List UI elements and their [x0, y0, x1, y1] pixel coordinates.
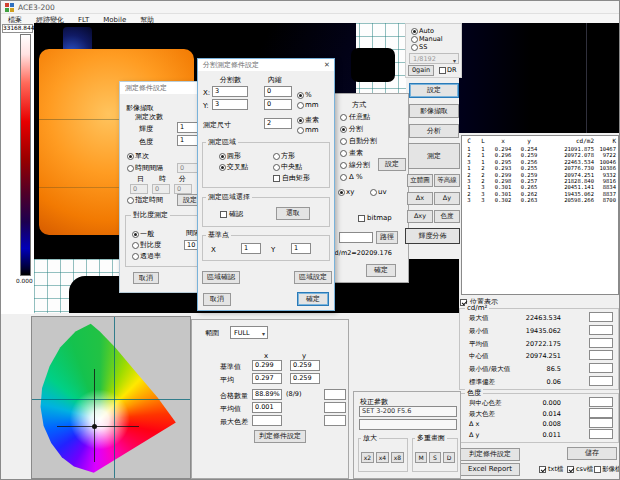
method-radio-autosplit[interactable] — [340, 138, 347, 145]
method-option-pixel[interactable]: 畫素 — [349, 149, 363, 157]
delta-xy-button[interactable]: Δxy — [407, 210, 433, 223]
stat-box[interactable] — [589, 418, 613, 428]
shutter-select[interactable]: 1/8192 — [409, 53, 459, 64]
multi-d-button[interactable]: D — [443, 452, 455, 463]
hour-input[interactable]: 0 — [152, 184, 170, 194]
gain-auto-radio[interactable] — [411, 28, 418, 35]
stat-box[interactable] — [589, 312, 613, 322]
measure-dialog-title[interactable]: 測定條件設定 — [120, 82, 208, 94]
gain-auto-label[interactable]: Auto — [419, 27, 434, 35]
inset-mm-radio[interactable] — [297, 102, 304, 109]
zoom-x2-button[interactable]: x2 — [361, 452, 374, 463]
size-input[interactable]: 2 — [264, 118, 292, 129]
luminance-dist-button[interactable]: 輝度分佈 — [405, 228, 460, 244]
x-inset-input[interactable]: 0 — [264, 86, 292, 97]
contrast-label[interactable]: 對比度 — [140, 241, 161, 249]
method-option-delta[interactable]: Δ % — [349, 173, 363, 181]
measure-cancel-button[interactable]: 取消 — [133, 272, 159, 284]
cross-radio[interactable] — [219, 164, 226, 171]
bitmap-path-input[interactable] — [339, 232, 373, 243]
method-option-any[interactable]: 任意點 — [349, 113, 370, 121]
delta-y-button[interactable]: Δy — [434, 192, 460, 205]
method-radio-pixel[interactable] — [340, 150, 347, 157]
split-cancel-button[interactable]: 取消 — [203, 293, 231, 306]
confirm-checkbox[interactable] — [220, 211, 227, 218]
method-set-button[interactable]: 設定 — [378, 158, 406, 171]
results-table[interactable]: CL xy cd/m2K 11 0.2940.254 21091.8751046… — [461, 135, 619, 295]
image-file-checkbox[interactable] — [594, 466, 601, 473]
chroma-view-button[interactable]: 色度 — [434, 210, 460, 223]
transmit-radio[interactable] — [132, 253, 139, 260]
excel-report-button[interactable]: Excel Report — [460, 463, 520, 476]
confirm-label[interactable]: 確認 — [229, 210, 243, 218]
contour-button[interactable]: 等高線 — [434, 174, 460, 187]
stat-box[interactable] — [589, 429, 613, 439]
region-confirm-button[interactable]: 區域確認 — [202, 271, 240, 284]
split-dialog-title[interactable]: 分割測定條件設定 — [198, 59, 334, 71]
normal-radio[interactable] — [132, 231, 139, 238]
coord-uv-radio[interactable] — [370, 189, 377, 196]
freerect-label[interactable]: 自由矩形 — [282, 174, 310, 182]
method-option-split[interactable]: 分割 — [349, 125, 363, 133]
solid-view-button[interactable]: 立體圖 — [407, 174, 433, 187]
ref-x-value[interactable]: 0.299 — [252, 360, 282, 371]
bitmap-checkbox[interactable] — [358, 215, 365, 222]
region-set-button[interactable]: 區域設定 — [294, 271, 332, 284]
pick-button[interactable]: 選取 — [276, 207, 310, 220]
stat-box[interactable] — [589, 338, 613, 348]
stat-box[interactable] — [589, 350, 613, 360]
contrast-radio[interactable] — [132, 242, 139, 249]
gain-manual-radio[interactable] — [411, 36, 418, 43]
gain-ss-radio[interactable] — [411, 44, 418, 51]
dr-checkbox[interactable] — [439, 67, 446, 74]
freerect-checkbox[interactable] — [273, 175, 280, 182]
square-radio[interactable] — [273, 153, 280, 160]
y-div-input[interactable]: 3 — [212, 99, 248, 110]
multi-m-button[interactable]: M — [415, 452, 427, 463]
split-ok-button[interactable]: 確定 — [297, 292, 329, 306]
inset-mm-label[interactable]: mm — [305, 101, 319, 109]
center-label[interactable]: 中央點 — [281, 163, 302, 171]
square-label[interactable]: 方形 — [281, 152, 295, 160]
center-radio[interactable] — [273, 164, 280, 171]
close-icon[interactable]: ✕ — [324, 61, 330, 69]
cie-diagram[interactable] — [31, 316, 191, 479]
range-select[interactable]: FULL — [230, 326, 268, 339]
set-button[interactable]: 設定 — [409, 83, 459, 98]
txt-file-checkbox[interactable] — [539, 466, 546, 473]
circle-label[interactable]: 圓形 — [227, 152, 241, 160]
size-mm-label[interactable]: mm — [305, 126, 319, 134]
gain-manual-label[interactable]: Manual — [419, 35, 443, 43]
ref-y-value[interactable]: 0.259 — [290, 360, 320, 371]
stat-box[interactable] — [589, 397, 613, 407]
method-radio-delta[interactable] — [340, 174, 347, 181]
specified-time-label[interactable]: 指定時間 — [135, 196, 163, 204]
stat-box[interactable] — [589, 376, 613, 386]
normal-label[interactable]: 一般 — [140, 230, 154, 238]
inset-percent-radio[interactable] — [297, 92, 304, 99]
method-radio-any[interactable] — [340, 114, 347, 121]
day-input[interactable]: 0 — [130, 184, 148, 194]
minute-input[interactable]: 0 — [174, 184, 192, 194]
avg-y-value[interactable]: 0.259 — [290, 373, 320, 384]
inset-percent-label[interactable]: % — [305, 91, 312, 99]
specified-time-radio[interactable] — [127, 197, 134, 204]
size-mm-radio[interactable] — [297, 127, 304, 134]
zoom-x8-button[interactable]: x8 — [391, 452, 404, 463]
measure-button[interactable]: 測定 — [408, 143, 460, 169]
size-pixel-label[interactable]: 畫素 — [305, 116, 319, 124]
single-radio[interactable] — [127, 153, 134, 160]
ref-x-input[interactable]: 1 — [241, 243, 261, 254]
csv-file-checkbox[interactable] — [567, 466, 574, 473]
x-div-input[interactable]: 3 — [212, 86, 248, 97]
zoom-x4-button[interactable]: x4 — [376, 452, 389, 463]
stat-box[interactable] — [589, 408, 613, 418]
judge-condition-button[interactable]: 判定條件設定 — [254, 430, 306, 443]
avg-x-value[interactable]: 0.297 — [252, 373, 282, 384]
interval-radio[interactable] — [127, 165, 134, 172]
y-inset-input[interactable]: 0 — [264, 99, 292, 110]
coord-xy-radio[interactable] — [338, 189, 345, 196]
size-pixel-radio[interactable] — [297, 117, 304, 124]
stat-box[interactable] — [589, 363, 613, 373]
gain-ss-label[interactable]: SS — [419, 43, 427, 51]
